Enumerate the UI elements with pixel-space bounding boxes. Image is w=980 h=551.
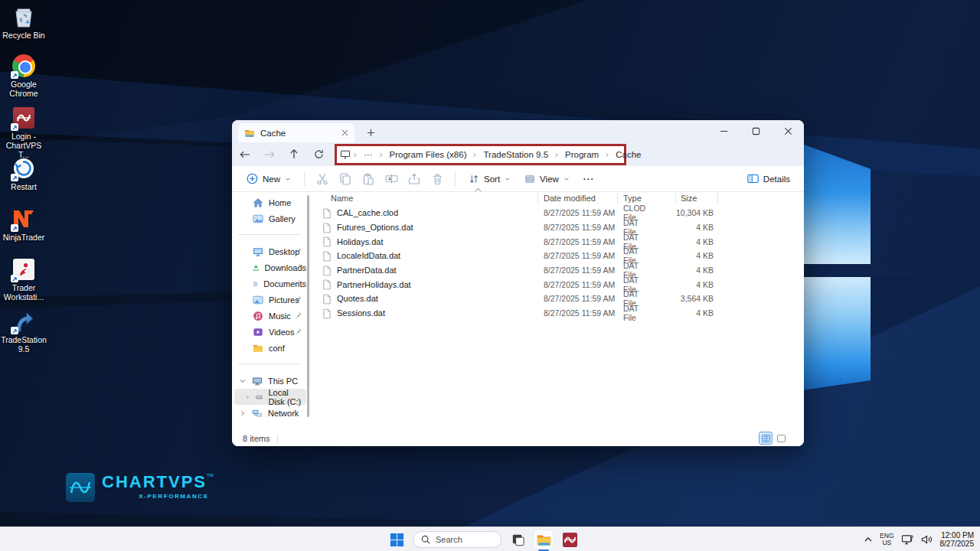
this-pc-icon[interactable] [340,150,351,159]
command-bar: New Sort View ··· [232,166,804,192]
sidebar-tree-item[interactable]: Local Disk (C:) [234,389,306,405]
sidebar-tree-item[interactable]: Network [234,405,306,421]
refresh-button[interactable] [307,145,330,165]
start-button[interactable] [387,530,407,549]
file-icon [322,208,332,219]
view-button[interactable]: View [519,170,575,188]
breadcrumb-overflow[interactable]: ··· [360,149,377,160]
volume-icon[interactable] [921,534,933,545]
file-row[interactable]: Sessions.dat 8/27/2025 11:59 AM DAT File… [322,306,637,321]
sidebar-item[interactable]: conf [234,340,306,356]
file-size: 4 KB [623,223,714,232]
close-button[interactable] [772,120,804,142]
file-row[interactable]: PartnerData.dat 8/27/2025 11:59 AM DAT F… [322,263,637,278]
desktop-icon-recycle-bin[interactable]: Recycle Bin [0,5,47,40]
file-date-modified: 8/27/2025 11:59 AM [544,266,615,275]
new-button[interactable]: New [241,169,296,188]
brand-tm: TM [207,473,214,478]
maximize-button[interactable] [740,120,772,142]
details-button[interactable]: Details [747,174,795,184]
sidebar-item[interactable]: Documents [234,276,306,292]
file-row[interactable]: Futures_Options.dat 8/27/2025 11:59 AM D… [322,220,637,235]
clock[interactable]: 12:00 PM 8/27/2025 [940,531,975,548]
tree-chevron-icon[interactable] [239,377,247,385]
file-icon [322,266,332,276]
sidebar-item[interactable]: Desktop [234,243,306,259]
file-explorer-taskbar-button[interactable] [534,530,554,549]
sidebar-item[interactable]: Pictures [234,292,306,308]
minimize-button[interactable] [707,120,740,142]
rename-button[interactable] [381,170,401,188]
sort-ascending-icon [475,187,482,192]
large-icons-view-toggle[interactable] [775,432,787,444]
taskbar-search[interactable]: Search [413,531,501,548]
desktop-icon-restart[interactable]: Restart [0,156,47,191]
address-breadcrumb-highlight: ··· Program Files (x86) TradeStation 9.5… [335,144,626,165]
sidebar-item[interactable]: Downloads [234,259,306,276]
new-tab-button[interactable] [364,126,377,139]
restart-icon [11,156,36,181]
file-row[interactable]: LocaleIdData.dat 8/27/2025 11:59 AM DAT … [322,249,637,263]
share-button[interactable] [404,170,424,188]
details-view-toggle[interactable] [760,432,772,444]
copy-button[interactable] [335,170,355,188]
column-divider[interactable] [675,193,676,204]
sidebar-item[interactable]: Gallery [234,210,306,227]
network-icon[interactable] [901,534,914,546]
desktop-icon-trader-workstation[interactable]: Trader Workstati... [0,257,47,302]
file-row[interactable]: Quotes.dat 8/27/2025 11:59 AM DAT File 3… [322,292,637,306]
file-row[interactable]: Holidays.dat 8/27/2025 11:59 AM DAT File… [322,234,637,249]
trader-workstation-icon [11,257,36,282]
desktop-icon-login-chartvps[interactable]: Login - ChartVPS T... [0,106,47,159]
plus-circle-icon [247,173,258,184]
column-header-name[interactable]: Name [331,194,353,203]
desktop-icon-google-chrome[interactable]: Google Chrome [0,54,47,98]
sidebar-item-icon [253,262,260,273]
cut-button[interactable] [312,170,332,188]
column-header-size[interactable]: Size [681,194,697,203]
desktop-icon-ninjatrader[interactable]: NinjaTrader [0,207,47,242]
tab-close-icon[interactable] [341,129,348,136]
delete-button[interactable] [427,170,447,188]
task-view-button[interactable] [508,530,528,549]
column-divider[interactable] [717,193,718,204]
column-divider[interactable] [617,193,618,204]
file-row[interactable]: CAL_cache.clod 8/27/2025 11:59 AM CLOD F… [322,206,637,220]
breadcrumb-item[interactable]: Program [561,149,603,160]
file-explorer-icon [536,532,552,548]
tab-cache[interactable]: Cache [238,123,354,142]
breadcrumb-item[interactable]: Cache [612,149,645,160]
column-header-date-modified[interactable]: Date modified [544,194,596,203]
sidebar-item[interactable]: Home [234,194,306,210]
more-button[interactable]: ··· [578,171,600,187]
desktop-icon-label: Trader Workstati... [0,283,47,302]
details-button-label: Details [763,174,790,184]
column-divider[interactable] [537,193,538,204]
tradestation-taskbar-button[interactable] [560,530,580,549]
desktop-icon-tradestation-95[interactable]: TradeStation 9.5 [0,309,47,354]
sidebar-item-icon [253,295,263,305]
file-name: CAL_cache.clod [337,208,398,217]
file-name: Quotes.dat [337,294,378,303]
file-row[interactable]: PartnerHolidays.dat 8/27/2025 11:59 AM D… [322,277,637,292]
file-date-modified: 8/27/2025 11:59 AM [544,208,615,217]
language-indicator[interactable]: ENG US [880,533,893,546]
sort-button[interactable]: Sort [463,170,516,188]
tree-chevron-icon[interactable] [239,409,247,417]
chevron-down-icon [564,176,570,182]
breadcrumb-item[interactable]: Program Files (x86) [386,149,471,160]
paste-button[interactable] [358,170,378,188]
tree-chevron-icon[interactable] [245,393,250,401]
hidden-icons-chevron[interactable] [864,536,873,543]
column-header-type[interactable]: Type [623,194,642,203]
sidebar-item[interactable]: Music [234,308,306,324]
sidebar-tree-item[interactable]: This PC [234,373,306,389]
back-button[interactable] [234,145,256,165]
up-button[interactable] [283,145,305,165]
breadcrumb-item[interactable]: TradeStation 9.5 [479,149,552,160]
sort-button-label: Sort [484,174,500,184]
sidebar-item[interactable]: Videos [234,324,306,340]
forward-button[interactable] [258,145,281,165]
sidebar-item-label: This PC [268,377,298,386]
sidebar-scrollbar[interactable] [307,195,309,417]
